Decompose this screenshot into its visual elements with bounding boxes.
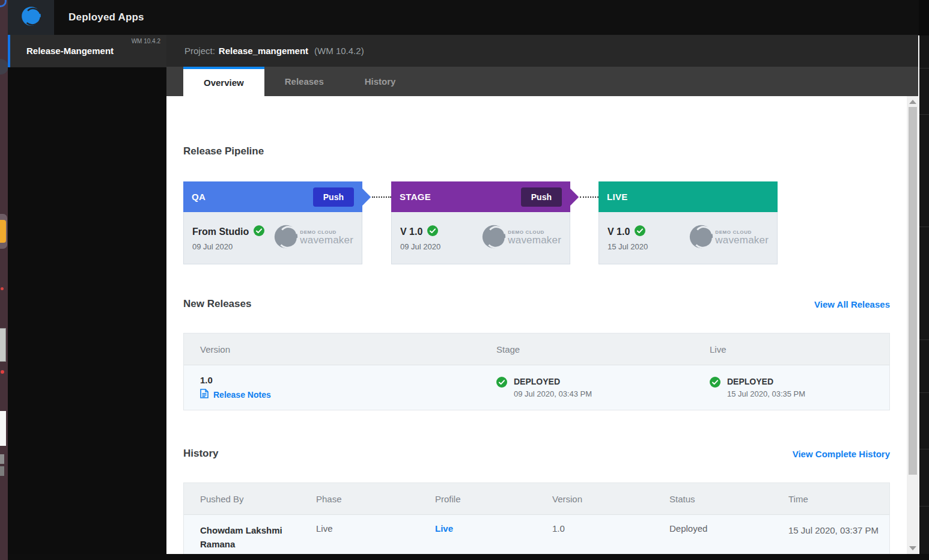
history-profile-link[interactable]: Live <box>419 523 536 534</box>
history-version: 1.0 <box>536 523 653 534</box>
stage-date: 15 Jul 2020 <box>608 242 648 251</box>
dock-app-icon <box>0 454 4 464</box>
release-pipeline-title: Release Pipeline <box>183 96 890 157</box>
pipeline-stage-stage: STAGE Push V 1.0 <box>391 181 570 264</box>
right-edge-strip <box>919 0 929 560</box>
release-notes-label: Release Notes <box>213 390 271 400</box>
column-header-stage: Stage <box>480 344 693 355</box>
top-bar: Deployed Apps <box>8 0 929 35</box>
sidebar-item-version: WM 10.4.2 <box>132 38 160 44</box>
project-label: Project: <box>184 46 215 56</box>
column-header-profile: Profile <box>419 494 536 504</box>
scrollbar-thumb[interactable] <box>909 107 917 475</box>
document-icon <box>200 389 209 400</box>
release-pipeline: QA Push From Studio <box>183 181 890 264</box>
content-area: Release Pipeline QA Push From Studi <box>166 96 907 554</box>
tab-releases[interactable]: Releases <box>264 67 344 96</box>
dock-app-icon <box>0 59 8 75</box>
stage-deploy-time: 09 Jul 2020, 03:43 PM <box>514 389 592 398</box>
stage-version: V 1.0 <box>608 227 630 237</box>
wavemaker-logo-button[interactable] <box>8 0 54 35</box>
wavemaker-logo-icon <box>19 4 43 31</box>
dock-app-icon <box>0 411 6 446</box>
stage-header-qa: QA Push <box>183 181 362 212</box>
column-header-time: Time <box>772 494 891 504</box>
dock-app-icon <box>0 466 4 476</box>
stage-name: STAGE <box>400 192 431 202</box>
sidebar-item-label: Release-Mangement <box>26 46 114 56</box>
column-header-status: Status <box>653 494 772 504</box>
column-header-pushed-by: Pushed By <box>184 494 300 504</box>
stage-header-stage: STAGE Push <box>391 181 570 212</box>
dock-app-icon <box>0 328 6 362</box>
demo-cloud-logo: DEMO CLOUD wavemaker <box>687 223 769 253</box>
new-releases-title: New Releases <box>183 298 251 310</box>
view-complete-history-link[interactable]: View Complete History <box>793 449 890 459</box>
wavemaker-wave-icon <box>687 223 715 253</box>
tab-history[interactable]: History <box>344 67 416 96</box>
stage-arrow <box>562 188 579 205</box>
wavemaker-wave-icon <box>480 223 508 253</box>
project-name: Release_mangement <box>219 46 308 56</box>
demo-cloud-logo: DEMO CLOUD wavemaker <box>480 223 561 253</box>
stage-arrow <box>354 188 371 205</box>
success-check-icon <box>427 225 438 239</box>
pipeline-stage-qa: QA Push From Studio <box>183 181 362 264</box>
live-deploy-status: DEPLOYED <box>727 377 805 386</box>
sidebar-item-release-management[interactable]: Release-Mangement WM 10.4.2 <box>8 35 166 67</box>
page-title: Deployed Apps <box>69 11 144 23</box>
new-releases-table: Version Stage Live 1.0 Release Notes <box>183 333 890 410</box>
stage-date: 09 Jul 2020 <box>192 242 264 251</box>
stage-deploy-status: DEPLOYED <box>514 377 592 386</box>
stage-date: 09 Jul 2020 <box>400 242 440 251</box>
dock-app-icon <box>0 220 6 243</box>
main-panel: Project: Release_mangement (WM 10.4.2) O… <box>166 35 919 554</box>
dock-notification-dot <box>1 287 4 290</box>
stage-body-stage: V 1.0 09 Jul 2020 <box>391 212 570 264</box>
pipeline-stage-live: LIVE V 1.0 15 Jul 2020 <box>599 181 778 264</box>
history-row: Chowdam Lakshmi Ramana Live Live 1.0 Dep… <box>184 515 889 554</box>
history-title: History <box>183 448 219 460</box>
os-dock-strip <box>0 0 8 560</box>
success-check-icon <box>496 377 507 390</box>
stage-body-qa: From Studio 09 Jul 2020 <box>183 212 362 264</box>
column-header-phase: Phase <box>300 494 419 504</box>
scroll-up-icon[interactable] <box>909 100 916 104</box>
history-time: 15 Jul 2020, 03:37 PM <box>772 523 891 537</box>
history-table-header: Pushed By Phase Profile Version Status T… <box>184 483 889 515</box>
stage-header-live: LIVE <box>599 181 778 212</box>
dock-app-icon <box>0 0 7 7</box>
wavemaker-wave-icon <box>272 223 300 253</box>
wavemaker-label: wavemaker <box>715 235 769 246</box>
vertical-scrollbar[interactable] <box>907 96 919 554</box>
tab-bar: Overview Releases History <box>166 67 919 96</box>
pipeline-connector <box>580 196 599 198</box>
window-edge-divider <box>918 35 919 554</box>
column-header-version: Version <box>184 344 480 355</box>
screen: Deployed Apps Release-Mangement WM 10.4.… <box>0 0 929 560</box>
success-check-icon <box>710 377 720 390</box>
project-version: (WM 10.4.2) <box>314 46 364 56</box>
history-phase: Live <box>300 523 419 534</box>
wavemaker-label: wavemaker <box>508 235 561 246</box>
push-button-qa[interactable]: Push <box>313 187 354 207</box>
stage-name: LIVE <box>607 192 628 202</box>
scroll-down-icon[interactable] <box>909 546 916 550</box>
push-button-stage[interactable]: Push <box>521 187 562 207</box>
stage-version: V 1.0 <box>400 227 422 237</box>
release-version: 1.0 <box>200 375 480 385</box>
dock-notification-dot <box>1 370 4 374</box>
history-table: Pushed By Phase Profile Version Status T… <box>183 482 890 554</box>
view-all-releases-link[interactable]: View All Releases <box>814 299 890 309</box>
new-releases-table-header: Version Stage Live <box>184 333 889 365</box>
tab-overview[interactable]: Overview <box>183 67 264 96</box>
pipeline-connector <box>372 196 391 198</box>
history-status: Deployed <box>653 523 772 534</box>
new-releases-row: 1.0 Release Notes <box>184 365 889 410</box>
bottom-edge-bar <box>8 554 929 560</box>
success-check-icon <box>635 225 645 239</box>
release-notes-link[interactable]: Release Notes <box>200 389 480 400</box>
column-header-version: Version <box>536 494 653 504</box>
column-header-live: Live <box>693 344 891 355</box>
demo-cloud-logo: DEMO CLOUD wavemaker <box>272 223 353 253</box>
